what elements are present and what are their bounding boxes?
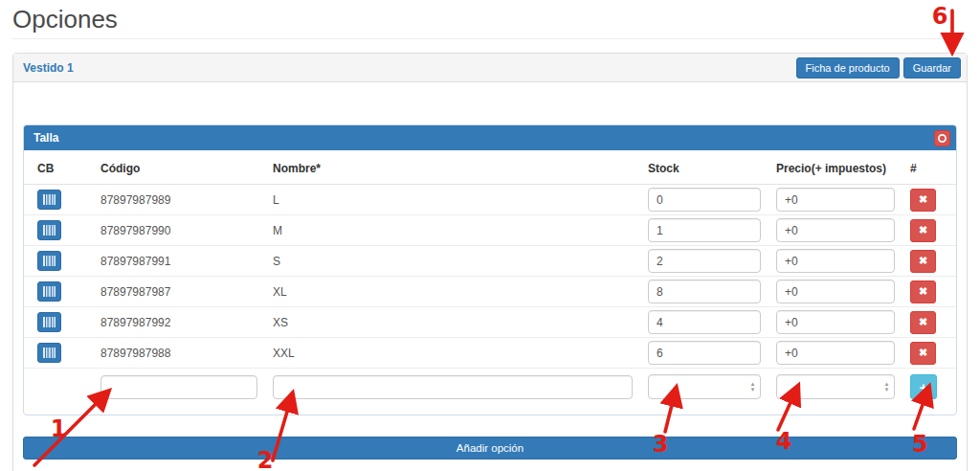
barcode-button[interactable] bbox=[37, 251, 61, 271]
barcode-button[interactable] bbox=[37, 190, 61, 210]
product-panel: Vestido 1 Ficha de producto Guardar Tall… bbox=[12, 53, 968, 471]
stock-input[interactable] bbox=[648, 280, 761, 303]
precio-input[interactable] bbox=[776, 280, 895, 303]
table-header-row: CB Código Nombre* Stock Precio(+ impuest… bbox=[24, 150, 956, 185]
column-header-stock: Stock bbox=[640, 150, 768, 185]
delete-option-button[interactable]: ✖ bbox=[910, 189, 936, 212]
barcode-icon bbox=[43, 256, 56, 266]
precio-input[interactable] bbox=[776, 188, 895, 212]
column-header-nombre: Nombre* bbox=[265, 150, 640, 185]
add-option-row-button[interactable]: + bbox=[910, 374, 937, 399]
remove-attribute-group-button[interactable] bbox=[934, 130, 950, 146]
codigo-value: 87897987988 bbox=[100, 347, 170, 360]
precio-spinner[interactable]: ▴ ▾ bbox=[880, 375, 894, 398]
delete-option-button[interactable]: ✖ bbox=[910, 250, 936, 273]
delete-option-button[interactable]: ✖ bbox=[910, 311, 936, 334]
option-row: 87897987991 S ✖ bbox=[24, 246, 956, 277]
new-precio-input[interactable] bbox=[777, 375, 880, 398]
codigo-value: 87897987991 bbox=[100, 255, 170, 268]
barcode-icon bbox=[43, 348, 56, 358]
delete-icon: ✖ bbox=[919, 285, 927, 298]
column-header-cb: CB bbox=[24, 150, 93, 185]
nombre-value: L bbox=[273, 193, 279, 207]
nombre-value: M bbox=[273, 224, 282, 237]
attribute-group-title: Talla bbox=[33, 131, 58, 145]
barcode-button[interactable] bbox=[37, 312, 61, 332]
precio-input[interactable] bbox=[776, 310, 895, 334]
delete-icon: ✖ bbox=[919, 347, 927, 359]
codigo-value: 87897987990 bbox=[100, 224, 170, 237]
page-header: Opciones bbox=[12, 6, 968, 39]
nombre-value: S bbox=[273, 255, 280, 268]
delete-icon: ✖ bbox=[919, 316, 927, 328]
new-codigo-input[interactable] bbox=[100, 375, 257, 399]
new-stock-input[interactable] bbox=[649, 375, 746, 398]
precio-input[interactable] bbox=[776, 218, 895, 242]
delete-option-button[interactable]: ✖ bbox=[910, 342, 936, 365]
close-circle-icon bbox=[937, 133, 947, 144]
stock-spinner[interactable]: ▴ ▾ bbox=[746, 375, 760, 398]
stock-input[interactable] bbox=[648, 218, 761, 242]
plus-icon: + bbox=[920, 379, 928, 395]
screen: Opciones Vestido 1 Ficha de producto Gua… bbox=[0, 0, 980, 471]
codigo-value: 87897987987 bbox=[100, 285, 170, 299]
attribute-group-heading: Talla bbox=[24, 125, 956, 150]
precio-input[interactable] bbox=[776, 249, 895, 273]
stock-input[interactable] bbox=[648, 249, 761, 273]
nombre-value: XXL bbox=[273, 347, 295, 360]
attribute-group-panel: Talla CB Código bbox=[23, 124, 957, 415]
page-title: Opciones bbox=[12, 6, 968, 33]
barcode-button[interactable] bbox=[37, 220, 61, 240]
barcode-icon bbox=[43, 286, 56, 297]
stock-input[interactable] bbox=[648, 341, 761, 365]
barcode-button[interactable] bbox=[37, 281, 61, 302]
delete-option-button[interactable]: ✖ bbox=[910, 280, 936, 303]
guardar-button[interactable]: Guardar bbox=[903, 57, 961, 78]
barcode-icon bbox=[43, 225, 56, 236]
option-row: 87897987987 XL ✖ bbox=[24, 277, 956, 307]
delete-option-button[interactable]: ✖ bbox=[910, 219, 936, 242]
column-header-codigo: Código bbox=[93, 150, 265, 185]
barcode-icon bbox=[43, 317, 56, 327]
product-panel-body: Talla CB Código bbox=[13, 82, 967, 471]
stock-input[interactable] bbox=[648, 310, 761, 334]
option-row: 87897987990 M ✖ bbox=[24, 215, 956, 246]
product-title-link[interactable]: Vestido 1 bbox=[23, 61, 74, 75]
barcode-button[interactable] bbox=[37, 343, 61, 363]
nombre-value: XL bbox=[273, 285, 287, 299]
product-panel-heading: Vestido 1 Ficha de producto Guardar bbox=[13, 54, 967, 82]
codigo-value: 87897987989 bbox=[100, 193, 170, 207]
delete-icon: ✖ bbox=[919, 255, 927, 267]
spinner-down-icon[interactable]: ▾ bbox=[751, 387, 755, 392]
codigo-value: 87897987992 bbox=[100, 316, 170, 329]
option-row: 87897987988 XXL ✖ bbox=[24, 338, 956, 369]
spinner-down-icon[interactable]: ▾ bbox=[885, 387, 889, 392]
delete-icon: ✖ bbox=[919, 193, 927, 206]
delete-icon: ✖ bbox=[919, 224, 927, 236]
stock-input[interactable] bbox=[648, 188, 761, 212]
barcode-icon bbox=[43, 194, 56, 205]
add-option-block-button[interactable]: Añadir opción bbox=[23, 437, 957, 460]
new-option-row: ▴ ▾ ▴ ▾ bbox=[24, 369, 956, 415]
ficha-de-producto-button[interactable]: Ficha de producto bbox=[796, 57, 900, 78]
option-row: 87897987992 XS ✖ bbox=[24, 307, 956, 338]
column-header-precio: Precio(+ impuestos) bbox=[768, 150, 902, 185]
new-nombre-input[interactable] bbox=[273, 375, 633, 399]
nombre-value: XS bbox=[273, 316, 288, 329]
option-row: 87897987989 L ✖ bbox=[24, 185, 956, 215]
column-header-num: # bbox=[902, 150, 956, 185]
precio-input[interactable] bbox=[776, 341, 895, 365]
options-table: CB Código Nombre* Stock Precio(+ impuest… bbox=[24, 150, 956, 415]
